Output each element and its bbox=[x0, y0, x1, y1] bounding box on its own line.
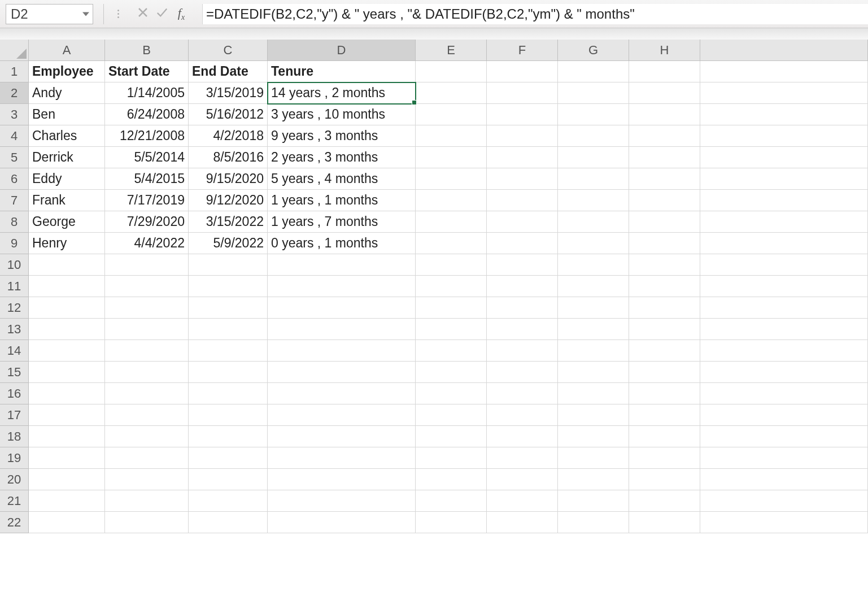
cell-D6[interactable]: 5 years , 4 months bbox=[268, 168, 416, 190]
cell-C18[interactable] bbox=[189, 426, 268, 447]
cell-H16[interactable] bbox=[629, 383, 700, 404]
cell-undefined5[interactable] bbox=[700, 147, 868, 168]
row-header-4[interactable]: 4 bbox=[0, 125, 29, 147]
cell-E11[interactable] bbox=[416, 276, 487, 297]
cell-B9[interactable]: 4/4/2022 bbox=[105, 233, 189, 254]
cell-D14[interactable] bbox=[268, 340, 416, 362]
cell-G6[interactable] bbox=[558, 168, 629, 190]
cell-G20[interactable] bbox=[558, 469, 629, 490]
cell-H12[interactable] bbox=[629, 297, 700, 319]
cell-D7[interactable]: 1 years , 1 months bbox=[268, 190, 416, 211]
cell-D19[interactable] bbox=[268, 447, 416, 469]
cell-D15[interactable] bbox=[268, 362, 416, 383]
cell-D20[interactable] bbox=[268, 469, 416, 490]
cell-D2[interactable]: 14 years , 2 months bbox=[268, 82, 416, 104]
cell-A7[interactable]: Frank bbox=[29, 190, 105, 211]
cell-E21[interactable] bbox=[416, 490, 487, 512]
cell-A11[interactable] bbox=[29, 276, 105, 297]
name-box[interactable]: D2 bbox=[6, 4, 93, 24]
column-header-D[interactable]: D bbox=[268, 40, 416, 61]
row-header-16[interactable]: 16 bbox=[0, 383, 29, 404]
cell-E19[interactable] bbox=[416, 447, 487, 469]
cell-undefined19[interactable] bbox=[700, 447, 868, 469]
cell-H21[interactable] bbox=[629, 490, 700, 512]
cell-G4[interactable] bbox=[558, 125, 629, 147]
row-header-20[interactable]: 20 bbox=[0, 469, 29, 490]
cell-F18[interactable] bbox=[487, 426, 558, 447]
spreadsheet-grid[interactable]: ABCDEFGH1EmployeeStart DateEnd DateTenur… bbox=[0, 40, 868, 533]
cell-G11[interactable] bbox=[558, 276, 629, 297]
cell-B7[interactable]: 7/17/2019 bbox=[105, 190, 189, 211]
cell-D10[interactable] bbox=[268, 254, 416, 276]
cell-H4[interactable] bbox=[629, 125, 700, 147]
cell-A4[interactable]: Charles bbox=[29, 125, 105, 147]
cell-F4[interactable] bbox=[487, 125, 558, 147]
cell-G14[interactable] bbox=[558, 340, 629, 362]
cell-E10[interactable] bbox=[416, 254, 487, 276]
cell-G8[interactable] bbox=[558, 211, 629, 233]
cell-C16[interactable] bbox=[189, 383, 268, 404]
column-header-F[interactable]: F bbox=[487, 40, 558, 61]
cell-A5[interactable]: Derrick bbox=[29, 147, 105, 168]
cell-B15[interactable] bbox=[105, 362, 189, 383]
cell-E22[interactable] bbox=[416, 512, 487, 533]
cell-undefined16[interactable] bbox=[700, 383, 868, 404]
row-header-14[interactable]: 14 bbox=[0, 340, 29, 362]
cell-D16[interactable] bbox=[268, 383, 416, 404]
cell-D22[interactable] bbox=[268, 512, 416, 533]
cell-F11[interactable] bbox=[487, 276, 558, 297]
cell-undefined3[interactable] bbox=[700, 104, 868, 125]
cell-F15[interactable] bbox=[487, 362, 558, 383]
cell-E9[interactable] bbox=[416, 233, 487, 254]
cell-undefined14[interactable] bbox=[700, 340, 868, 362]
cell-B18[interactable] bbox=[105, 426, 189, 447]
cell-H22[interactable] bbox=[629, 512, 700, 533]
cell-B12[interactable] bbox=[105, 297, 189, 319]
cell-H15[interactable] bbox=[629, 362, 700, 383]
cell-G21[interactable] bbox=[558, 490, 629, 512]
formula-input[interactable]: =DATEDIF(B2,C2,"y") & " years , "& DATED… bbox=[202, 4, 868, 24]
row-header-21[interactable]: 21 bbox=[0, 490, 29, 512]
column-header-B[interactable]: B bbox=[105, 40, 189, 61]
cell-D11[interactable] bbox=[268, 276, 416, 297]
cell-E17[interactable] bbox=[416, 404, 487, 426]
row-header-2[interactable]: 2 bbox=[0, 82, 29, 104]
cell-H7[interactable] bbox=[629, 190, 700, 211]
cell-A17[interactable] bbox=[29, 404, 105, 426]
cell-C13[interactable] bbox=[189, 319, 268, 340]
cell-D4[interactable]: 9 years , 3 months bbox=[268, 125, 416, 147]
cell-D12[interactable] bbox=[268, 297, 416, 319]
cell-C1[interactable]: End Date bbox=[189, 61, 268, 82]
cell-F3[interactable] bbox=[487, 104, 558, 125]
cell-C10[interactable] bbox=[189, 254, 268, 276]
cell-G12[interactable] bbox=[558, 297, 629, 319]
cell-F1[interactable] bbox=[487, 61, 558, 82]
cell-C3[interactable]: 5/16/2012 bbox=[189, 104, 268, 125]
cell-E2[interactable] bbox=[416, 82, 487, 104]
column-header-C[interactable]: C bbox=[189, 40, 268, 61]
cell-C15[interactable] bbox=[189, 362, 268, 383]
cell-C9[interactable]: 5/9/2022 bbox=[189, 233, 268, 254]
cell-H11[interactable] bbox=[629, 276, 700, 297]
cell-C21[interactable] bbox=[189, 490, 268, 512]
cell-A22[interactable] bbox=[29, 512, 105, 533]
cell-A13[interactable] bbox=[29, 319, 105, 340]
cell-undefined12[interactable] bbox=[700, 297, 868, 319]
cell-D21[interactable] bbox=[268, 490, 416, 512]
cell-C14[interactable] bbox=[189, 340, 268, 362]
cell-A14[interactable] bbox=[29, 340, 105, 362]
cell-C6[interactable]: 9/15/2020 bbox=[189, 168, 268, 190]
cell-undefined6[interactable] bbox=[700, 168, 868, 190]
cell-A1[interactable]: Employee bbox=[29, 61, 105, 82]
row-header-8[interactable]: 8 bbox=[0, 211, 29, 233]
row-header-13[interactable]: 13 bbox=[0, 319, 29, 340]
cell-B16[interactable] bbox=[105, 383, 189, 404]
row-header-7[interactable]: 7 bbox=[0, 190, 29, 211]
cell-C19[interactable] bbox=[189, 447, 268, 469]
cell-undefined22[interactable] bbox=[700, 512, 868, 533]
row-header-15[interactable]: 15 bbox=[0, 362, 29, 383]
cell-F8[interactable] bbox=[487, 211, 558, 233]
cell-H9[interactable] bbox=[629, 233, 700, 254]
cell-A10[interactable] bbox=[29, 254, 105, 276]
cell-B2[interactable]: 1/14/2005 bbox=[105, 82, 189, 104]
